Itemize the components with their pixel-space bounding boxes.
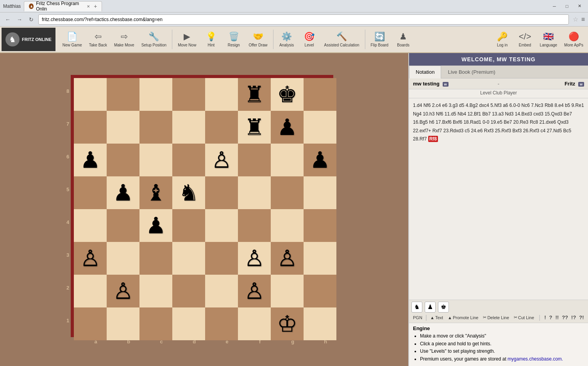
square-h6[interactable]: ♟ — [304, 144, 336, 176]
square-f5[interactable] — [238, 176, 271, 209]
square-f3[interactable]: ♙ — [238, 242, 271, 275]
minimize-button[interactable]: ─ — [549, 2, 560, 11]
square-g3[interactable]: ♙ — [271, 242, 304, 275]
square-b4[interactable] — [107, 209, 139, 242]
symbol-double-exclaim[interactable]: !! — [555, 314, 560, 320]
symbol-exclaim[interactable]: ! — [543, 314, 547, 320]
square-b7[interactable] — [107, 111, 139, 144]
more-apps-button[interactable]: 🔴 More ApPs — [561, 28, 586, 51]
square-f8[interactable]: ♜ — [238, 78, 271, 111]
bookmark-icon[interactable]: ☆ — [573, 16, 578, 23]
square-g7[interactable]: ♟ — [271, 111, 304, 144]
square-a1[interactable] — [74, 307, 107, 340]
delete-line-button[interactable]: ✂ Delete Line — [481, 314, 511, 321]
square-e6[interactable]: ♙ — [205, 144, 238, 176]
forward-button[interactable]: → — [15, 15, 24, 24]
square-h2[interactable] — [304, 275, 336, 307]
square-a6[interactable]: ♟ — [74, 144, 107, 176]
pgn-button[interactable]: PGN — [411, 314, 424, 321]
resign-button[interactable]: 🗑️ Resign — [223, 28, 245, 51]
symbol-question-exclaim[interactable]: ?! — [578, 314, 584, 320]
square-d6[interactable] — [172, 144, 205, 176]
embed-button[interactable]: </> Embed — [514, 28, 536, 51]
square-c2[interactable] — [139, 275, 172, 307]
square-c3[interactable] — [139, 242, 172, 275]
chess-board[interactable]: ♜♚♜♟♟♙♟♟♝♞♟♙♙♙♙♙♔ — [71, 75, 333, 337]
square-g8[interactable]: ♚ — [271, 78, 304, 111]
square-e5[interactable] — [205, 176, 238, 209]
square-e4[interactable] — [205, 209, 238, 242]
browser-tab[interactable]: ♟ Fritz Chess Program Onlin ✕ + — [24, 1, 102, 11]
square-a4[interactable] — [74, 209, 107, 242]
square-d7[interactable] — [172, 111, 205, 144]
square-c7[interactable] — [139, 111, 172, 144]
symbol-question[interactable]: ? — [549, 314, 553, 320]
square-b1[interactable] — [107, 307, 139, 340]
tab-notation[interactable]: Notation — [409, 66, 441, 78]
square-d5[interactable]: ♞ — [172, 176, 205, 209]
square-h7[interactable] — [304, 111, 336, 144]
square-c8[interactable] — [139, 78, 172, 111]
square-c5[interactable]: ♝ — [139, 176, 172, 209]
square-h1[interactable] — [304, 307, 336, 340]
square-d2[interactable] — [172, 275, 205, 307]
square-f7[interactable]: ♜ — [238, 111, 271, 144]
engine-link[interactable]: mygames.chessbase.com. — [508, 356, 563, 362]
square-a8[interactable] — [74, 78, 107, 111]
square-e7[interactable] — [205, 111, 238, 144]
avatar-pawn[interactable]: ♟ — [425, 302, 436, 313]
square-f6[interactable] — [238, 144, 271, 176]
square-c1[interactable] — [139, 307, 172, 340]
tab-close-button[interactable]: ✕ — [87, 4, 90, 9]
square-b6[interactable] — [107, 144, 139, 176]
square-g2[interactable] — [271, 275, 304, 307]
square-e8[interactable] — [205, 78, 238, 111]
close-button[interactable]: ✕ — [574, 2, 585, 11]
square-h4[interactable] — [304, 209, 336, 242]
square-a5[interactable] — [74, 176, 107, 209]
boards-button[interactable]: ♟ Boards — [392, 28, 414, 51]
square-e2[interactable] — [205, 275, 238, 307]
flip-board-button[interactable]: 🔄 Flip Board — [368, 28, 392, 51]
square-a2[interactable] — [74, 275, 107, 307]
maximize-button[interactable]: □ — [561, 2, 572, 11]
square-e1[interactable] — [205, 307, 238, 340]
new-game-button[interactable]: 📄 New Game — [59, 28, 85, 51]
avatar-king[interactable]: ♚ — [438, 302, 449, 313]
avatar-knight[interactable]: ♞ — [411, 302, 422, 313]
square-h5[interactable] — [304, 176, 336, 209]
square-e3[interactable] — [205, 242, 238, 275]
square-g1[interactable]: ♔ — [271, 307, 304, 340]
setup-position-button[interactable]: 🔧 Setup Position — [138, 28, 170, 51]
hint-button[interactable]: 💡 Hint — [200, 28, 222, 51]
back-button[interactable]: ← — [3, 15, 13, 24]
square-g6[interactable] — [271, 144, 304, 176]
square-h3[interactable] — [304, 242, 336, 275]
square-g4[interactable] — [271, 209, 304, 242]
square-d4[interactable] — [172, 209, 205, 242]
tab-livebook[interactable]: Live Book (Premium) — [441, 66, 502, 78]
square-f2[interactable]: ♙ — [238, 275, 271, 307]
square-a7[interactable] — [74, 111, 107, 144]
symbol-double-question[interactable]: ?? — [561, 314, 569, 320]
promote-line-button[interactable]: ▲ Promote Line — [446, 314, 480, 321]
square-b2[interactable]: ♙ — [107, 275, 139, 307]
square-f4[interactable] — [238, 209, 271, 242]
square-d8[interactable] — [172, 78, 205, 111]
new-tab-button[interactable]: + — [94, 3, 97, 9]
language-button[interactable]: 🇬🇧 Language — [537, 28, 561, 51]
square-f1[interactable] — [238, 307, 271, 340]
level-button[interactable]: 🎯 Level — [298, 28, 320, 51]
square-h8[interactable] — [304, 78, 336, 111]
login-button[interactable]: 🔑 Log in — [491, 28, 513, 51]
square-d3[interactable] — [172, 242, 205, 275]
make-move-button[interactable]: ⇨ Make Move — [111, 28, 138, 51]
offer-draw-button[interactable]: 🤝 Offer Draw — [245, 28, 270, 51]
symbol-exclaim-question[interactable]: !? — [570, 314, 577, 320]
address-bar[interactable] — [38, 14, 569, 25]
move-now-button[interactable]: ▶ Move Now — [175, 28, 199, 51]
square-b8[interactable] — [107, 78, 139, 111]
square-c6[interactable] — [139, 144, 172, 176]
cut-line-button[interactable]: ✂ Cut Line — [512, 314, 536, 321]
text-button[interactable]: ▲ Text — [429, 314, 445, 321]
